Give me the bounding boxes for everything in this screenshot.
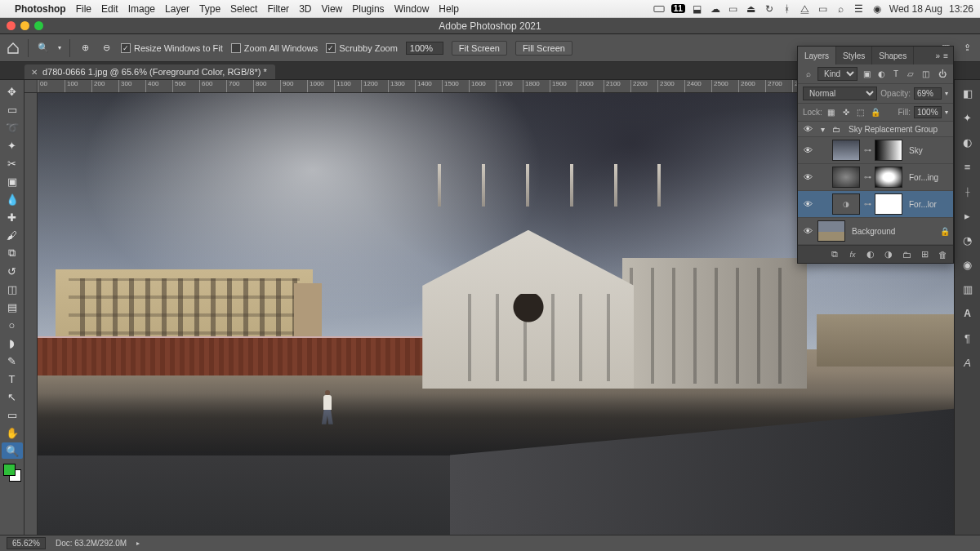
add-mask-icon[interactable]: ◐ <box>865 249 876 260</box>
filter-smart-icon[interactable]: ◫ <box>920 69 931 80</box>
menu-view[interactable]: View <box>321 3 342 15</box>
fx-icon[interactable]: fx <box>847 249 858 260</box>
path-tool[interactable]: ↖ <box>2 389 23 405</box>
zoom-in-icon[interactable]: ⊕ <box>78 42 91 55</box>
panel-menu-icon[interactable]: ≡ <box>943 51 948 60</box>
display-icon[interactable]: ▭ <box>728 3 739 15</box>
visibility-icon[interactable]: 👁 <box>801 199 814 209</box>
fit-screen-button[interactable]: Fit Screen <box>452 41 507 56</box>
tab-layers[interactable]: Layers <box>798 47 836 64</box>
pen-tool[interactable]: ✎ <box>2 353 23 369</box>
filter-search-icon[interactable]: ⌕ <box>803 69 814 80</box>
bars-icon[interactable]: ≡ <box>960 158 976 175</box>
layer-row[interactable]: 👁⊶Sky <box>798 137 953 164</box>
layer-name[interactable]: Sky <box>906 146 950 155</box>
dropbox-icon[interactable]: ⬓ <box>692 3 703 15</box>
mask-link-icon[interactable]: ⊶ <box>863 200 871 208</box>
stamp-tool[interactable]: ⧉ <box>2 245 23 261</box>
rect-tool[interactable]: ▭ <box>2 407 23 423</box>
visibility-icon[interactable]: 👁 <box>801 124 814 134</box>
layer-mask-thumbnail[interactable] <box>875 167 902 188</box>
layer-row[interactable]: 👁Background🔒 <box>798 218 953 245</box>
brush-tool[interactable]: 🖌 <box>2 227 23 243</box>
channels-icon[interactable]: ◐ <box>960 134 976 150</box>
layers-icon[interactable]: ◧ <box>960 85 976 101</box>
menu-select[interactable]: Select <box>230 3 257 15</box>
filter-kind-select[interactable]: Kind <box>817 67 858 81</box>
layer-thumbnail[interactable]: ◑ <box>832 193 860 215</box>
character-icon[interactable]: A <box>960 354 976 371</box>
zoom-out-icon[interactable]: ⊖ <box>100 42 113 55</box>
move-tool[interactable]: ✥ <box>2 83 23 100</box>
zoom-all-checkbox[interactable]: Zoom All Windows <box>231 43 318 53</box>
lasso-tool[interactable]: ➰ <box>2 119 23 136</box>
menu-help[interactable]: Help <box>439 3 459 15</box>
visibility-icon[interactable]: 👁 <box>801 226 814 236</box>
link-layers-icon[interactable]: ⧉ <box>829 249 840 260</box>
lock-icon[interactable]: 🔒 <box>940 227 950 236</box>
search-icon[interactable]: ⌕ <box>835 3 847 15</box>
layer-name[interactable]: For...ing <box>906 173 950 182</box>
filter-type-icon[interactable]: T <box>890 69 902 80</box>
new-adjustment-icon[interactable]: ◑ <box>883 249 894 260</box>
layer-row[interactable]: 👁◑⊶For...lor <box>798 191 953 218</box>
libraries-icon[interactable]: ▥ <box>960 281 976 297</box>
color-swatch[interactable] <box>3 464 21 482</box>
lock-artboard-icon[interactable]: ⬚ <box>855 107 866 118</box>
type-tool[interactable]: T <box>2 371 23 387</box>
mask-link-icon[interactable]: ⊶ <box>863 146 871 154</box>
notification-badge[interactable]: 11 <box>671 4 685 13</box>
preset-dropdown-icon[interactable]: ▾ <box>58 44 61 51</box>
menubar-date[interactable]: Wed 18 Aug <box>889 3 942 15</box>
siri-icon[interactable]: ◉ <box>871 3 883 15</box>
close-tab-icon[interactable]: ✕ <box>31 68 38 77</box>
resize-windows-checkbox[interactable]: ✓Resize Windows to Fit <box>121 43 223 53</box>
zoom-tool[interactable]: 🔍 <box>2 442 23 459</box>
layer-mask-thumbnail[interactable] <box>875 140 902 161</box>
tab-shapes[interactable]: Shapes <box>872 47 914 64</box>
dodge-tool[interactable]: ◗ <box>2 335 23 351</box>
gradient-tool[interactable]: ▤ <box>2 299 23 315</box>
layer-group[interactable]: 👁▾🗀Sky Replacement Group <box>798 122 953 137</box>
menu-image[interactable]: Image <box>128 3 155 15</box>
menu-file[interactable]: File <box>76 3 91 15</box>
cloud-icon[interactable]: ☁ <box>710 3 721 15</box>
close-window-button[interactable] <box>7 21 16 30</box>
eyedrop-tool[interactable]: 💧 <box>2 191 23 207</box>
zoom-value-input[interactable] <box>406 42 443 55</box>
minimize-window-button[interactable] <box>20 21 29 30</box>
doc-info-dropdown-icon[interactable]: ▸ <box>136 540 140 547</box>
keyboard-icon[interactable] <box>653 3 665 15</box>
filter-shape-icon[interactable]: ▱ <box>905 69 916 80</box>
menubar-time[interactable]: 13:26 <box>949 3 973 15</box>
layer-row[interactable]: 👁⊶For...ing <box>798 164 953 191</box>
new-layer-icon[interactable]: ⊞ <box>919 249 930 260</box>
layer-thumbnail[interactable] <box>817 220 845 242</box>
share-icon[interactable]: ⇪ <box>960 42 973 55</box>
menu-window[interactable]: Window <box>394 3 430 15</box>
menu-edit[interactable]: Edit <box>101 3 118 15</box>
panel-collapse-icon[interactable]: » <box>936 51 941 60</box>
home-icon[interactable] <box>7 42 20 55</box>
sync-icon[interactable]: ↻ <box>764 3 775 15</box>
filter-toggle-icon[interactable]: ⏻ <box>937 69 948 80</box>
paragraph-icon[interactable]: ¶ <box>960 330 976 346</box>
eraser-tool[interactable]: ◫ <box>2 281 23 297</box>
opacity-dropdown-icon[interactable]: ▾ <box>945 90 948 97</box>
ruler-origin[interactable] <box>24 80 38 93</box>
app-name[interactable]: Photoshop <box>15 3 66 15</box>
menu-filter[interactable]: Filter <box>267 3 289 15</box>
fill-input[interactable] <box>914 106 942 118</box>
eject-icon[interactable]: ⏏ <box>746 3 757 15</box>
marquee-tool[interactable]: ▭ <box>2 101 23 118</box>
swatches-icon[interactable]: ◉ <box>960 256 976 273</box>
tab-styles[interactable]: Styles <box>836 47 872 64</box>
new-group-icon[interactable]: 🗀 <box>901 249 912 260</box>
layer-thumbnail[interactable] <box>832 140 860 161</box>
blur-tool[interactable]: ○ <box>2 317 23 333</box>
mask-link-icon[interactable]: ⊶ <box>863 173 871 181</box>
fill-dropdown-icon[interactable]: ▾ <box>945 109 948 116</box>
filter-adjust-icon[interactable]: ◐ <box>875 69 887 80</box>
visibility-icon[interactable]: 👁 <box>801 145 814 155</box>
frame-tool[interactable]: ▣ <box>2 173 23 189</box>
